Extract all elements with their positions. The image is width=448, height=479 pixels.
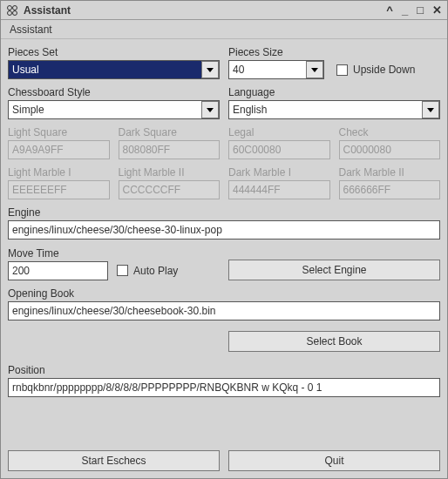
dark-marble-1-label: Dark Marble I (228, 166, 330, 179)
opening-book-input[interactable]: engines/linux/cheese/30/cheesebook-30.bi… (8, 301, 440, 320)
language-label: Language (228, 86, 440, 98)
light-marble-1-label: Light Marble I (8, 166, 110, 179)
chevron-down-icon[interactable] (306, 61, 323, 78)
light-square-label: Light Square (8, 126, 110, 138)
position-input[interactable]: rnbqkbnr/pppppppp/8/8/8/8/PPPPPPPP/RNBQK… (8, 378, 440, 397)
menu-assistant[interactable]: Assistant (6, 22, 56, 37)
dark-square-label: Dark Square (119, 126, 221, 138)
chevron-down-icon[interactable] (201, 61, 219, 78)
svg-point-3 (13, 10, 17, 15)
start-eschecs-button[interactable]: Start Eschecs (8, 450, 220, 471)
pieces-set-select[interactable]: Usual (8, 60, 220, 79)
close-button[interactable]: ✕ (432, 4, 442, 16)
select-engine-button[interactable]: Select Engine (228, 260, 440, 280)
move-time-label: Move Time (8, 247, 220, 260)
quit-button[interactable]: Quit (228, 450, 440, 471)
pieces-size-label: Pieces Size (228, 46, 440, 58)
light-square-input: A9A9A9FF (8, 140, 110, 159)
rollup-button[interactable]: ^ (386, 4, 393, 16)
position-label: Position (8, 364, 440, 376)
chevron-down-icon[interactable] (422, 101, 439, 118)
svg-point-1 (13, 5, 17, 10)
light-marble-1-input: EEEEEEFF (8, 180, 110, 199)
content: Pieces Set Usual Pieces Size 40 Upside D… (1, 39, 447, 478)
engine-label: Engine (8, 206, 440, 219)
darkMarble1-input: 444444FF (228, 180, 330, 199)
upside-down-checkbox[interactable] (336, 64, 348, 76)
titlebar: Assistant ^ _ □ ✕ (1, 1, 447, 20)
move-time-input[interactable]: 200 (8, 261, 108, 280)
pieces-set-label: Pieces Set (8, 46, 220, 58)
chessboard-style-select[interactable]: Simple (8, 100, 220, 119)
language-value: English (233, 104, 422, 116)
language-select[interactable]: English (228, 100, 440, 119)
chevron-down-icon[interactable] (201, 101, 219, 118)
auto-play-label: Auto Play (133, 265, 178, 277)
maximize-button[interactable]: □ (417, 4, 424, 16)
window-title: Assistant (24, 4, 386, 17)
chessboard-style-value: Simple (12, 104, 201, 116)
dark-marble-2-input: 666666FF (339, 180, 441, 199)
dark-marble-2-label: Dark Marble II (339, 166, 441, 179)
menubar: Assistant (1, 20, 447, 39)
light-marble-2-label: Light Marble II (119, 166, 221, 179)
app-window: Assistant ^ _ □ ✕ Assistant Pieces Set U… (0, 0, 448, 479)
engine-input[interactable]: engines/linux/cheese/30/cheese-30-linux-… (8, 220, 440, 239)
minimize-button[interactable]: _ (402, 4, 408, 16)
pieces-size-value: 40 (233, 64, 306, 76)
upside-down-label: Upside Down (353, 64, 415, 76)
check-input: C0000080 (339, 140, 441, 159)
chessboard-style-label: Chessboard Style (8, 86, 220, 98)
opening-book-label: Opening Book (8, 287, 440, 300)
select-book-button[interactable]: Select Book (228, 331, 440, 352)
dark-square-input: 808080FF (119, 140, 221, 159)
auto-play-checkbox[interactable] (117, 265, 128, 276)
legal-label: Legal (228, 126, 330, 138)
legal-input: 60C00080 (228, 140, 330, 159)
app-icon (6, 4, 18, 17)
svg-point-0 (8, 5, 12, 10)
pieces-set-value: Usual (12, 64, 201, 76)
svg-point-2 (8, 10, 12, 15)
pieces-size-select[interactable]: 40 (228, 60, 324, 79)
check-label: Check (339, 126, 441, 138)
light-marble-2-input: CCCCCCFF (119, 180, 221, 199)
window-controls: ^ _ □ ✕ (386, 4, 442, 16)
